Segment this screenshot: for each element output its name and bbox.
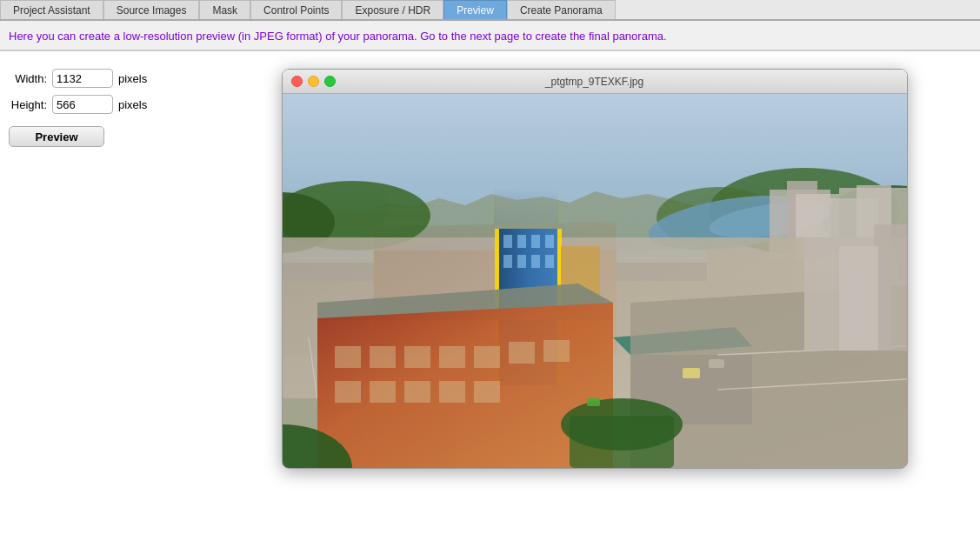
mac-minimize-button[interactable] (308, 76, 319, 87)
panorama-image (283, 94, 907, 468)
preview-button[interactable]: Preview (9, 126, 104, 147)
image-area (283, 94, 907, 468)
tab-preview[interactable]: Preview (443, 0, 507, 19)
tab-create-panorama[interactable]: Create Panorama (507, 0, 616, 19)
mac-window-buttons (291, 76, 336, 87)
height-label: Height: (9, 98, 47, 111)
tab-mask[interactable]: Mask (199, 0, 250, 19)
info-bar: Here you can create a low-resolution pre… (0, 21, 980, 50)
info-text: Here you can create a low-resolution pre… (9, 30, 667, 43)
preview-panel: _ptgtmp_9TEXKF.jpg (217, 69, 971, 530)
width-unit: pixels (118, 72, 147, 85)
tab-project-assistant[interactable]: Project Assistant (0, 0, 103, 19)
tab-control-points[interactable]: Control Points (250, 0, 342, 19)
left-panel: Width: pixels Height: pixels Preview (9, 69, 200, 530)
mac-window: _ptgtmp_9TEXKF.jpg (282, 69, 908, 469)
height-unit: pixels (118, 98, 147, 111)
tab-source-images[interactable]: Source Images (103, 0, 200, 19)
main-content: Width: pixels Height: pixels Preview _pt… (0, 51, 980, 534)
width-row: Width: pixels (9, 69, 200, 88)
trees-left (283, 164, 387, 233)
window-title: _ptgtmp_9TEXKF.jpg (545, 76, 643, 88)
tab-bar: Project Assistant Source Images Mask Con… (0, 0, 980, 21)
width-label: Width: (9, 72, 47, 85)
height-input[interactable] (52, 95, 113, 114)
height-row: Height: pixels (9, 95, 200, 114)
mac-close-button[interactable] (291, 76, 303, 87)
green-canopy (283, 398, 457, 468)
mac-titlebar: _ptgtmp_9TEXKF.jpg (283, 70, 907, 94)
mac-maximize-button[interactable] (324, 76, 336, 87)
width-input[interactable] (52, 69, 113, 88)
tab-exposure-hdr[interactable]: Exposure / HDR (342, 0, 443, 19)
